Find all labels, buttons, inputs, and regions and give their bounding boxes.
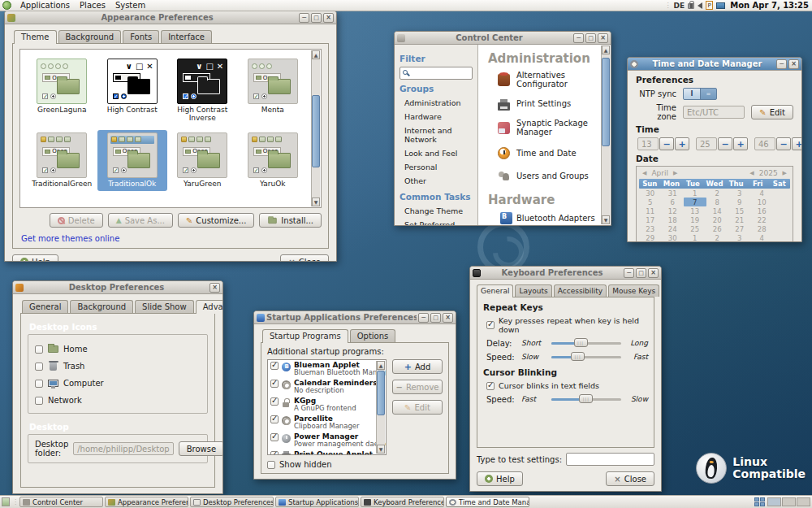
startup-list-scrollbar[interactable] — [376, 361, 385, 454]
item-time-and-date[interactable]: Time and Date — [498, 147, 598, 159]
scroll-up-icon[interactable] — [377, 361, 385, 370]
scroll-down-icon[interactable] — [377, 445, 385, 454]
next-month-icon[interactable] — [673, 170, 677, 176]
home-checkbox[interactable] — [35, 345, 43, 354]
show-desktop-button[interactable] — [2, 497, 10, 506]
save-as-button[interactable]: Save As... — [108, 213, 173, 228]
keyboard-titlebar[interactable]: Keyboard Preferences — [470, 267, 661, 280]
menu-places[interactable]: Places — [75, 0, 110, 11]
item-checkbox[interactable] — [270, 433, 279, 441]
network-checkbox[interactable] — [35, 397, 43, 405]
taskbar-item-appearance[interactable]: Appearance Preferen... — [105, 497, 188, 507]
prev-month-icon[interactable] — [642, 170, 646, 176]
calendar-day[interactable]: 15 — [728, 206, 751, 215]
window-list-icon[interactable] — [754, 497, 765, 506]
shortcut-trash[interactable]: Trash — [35, 362, 201, 371]
appearance-titlebar[interactable]: Appearance Preferences — [5, 11, 336, 24]
seconds-value[interactable]: 46 — [754, 137, 775, 150]
close-window-button[interactable]: ×Close — [280, 254, 329, 261]
startup-item-kgpg[interactable]: KGpgA GnuPG frontend — [268, 396, 386, 414]
calendar-day[interactable]: 19 — [684, 215, 706, 224]
taskbar-item-startup-applications[interactable]: Startup Applications P... — [275, 497, 359, 507]
taskbar-item-control-center[interactable]: Control Center — [19, 497, 103, 507]
item-checkbox[interactable] — [270, 415, 279, 423]
taskbar-item-time-date-manager[interactable]: Time and Date Manager — [446, 497, 529, 507]
delay-slider[interactable] — [551, 338, 621, 348]
calendar-day[interactable]: 12 — [662, 206, 685, 215]
seconds-decrement-button[interactable]: − — [776, 137, 791, 150]
timezone-field[interactable]: Etc/UTC — [683, 106, 745, 119]
calendar-day[interactable]: 16 — [751, 206, 774, 215]
calendar-day[interactable]: 26 — [706, 224, 729, 233]
group-administration[interactable]: Administration — [400, 97, 473, 111]
tab-theme[interactable]: Theme — [14, 30, 57, 44]
edit-button[interactable]: Edit — [392, 400, 443, 415]
minimize-button[interactable] — [573, 33, 584, 43]
seconds-increment-button[interactable]: + — [792, 137, 801, 150]
scroll-down-icon[interactable] — [602, 215, 610, 224]
delay-slider-handle[interactable] — [574, 338, 588, 347]
workspace-3[interactable] — [797, 497, 810, 506]
shortcut-computer[interactable]: Computer — [35, 379, 201, 388]
startup-item-calendar-reminders[interactable]: Calendar RemindersNo description — [268, 378, 386, 396]
repeat-keys-checkbox[interactable] — [486, 321, 495, 329]
calendar-day[interactable]: 11 — [639, 206, 662, 215]
group-internet[interactable]: Internet and Network — [400, 124, 473, 147]
calendar-day[interactable]: 30 — [662, 233, 685, 241]
desktop-prefs-titlebar[interactable]: Desktop Preferences — [13, 281, 222, 294]
scroll-up-icon[interactable] — [312, 50, 320, 59]
close-button[interactable] — [598, 33, 608, 43]
maximize-button[interactable] — [430, 313, 441, 323]
close-button[interactable] — [209, 283, 220, 293]
next-year-icon[interactable] — [783, 170, 787, 176]
calendar-day[interactable]: 8 — [706, 198, 729, 206]
calendar-day[interactable]: 2 — [706, 233, 729, 241]
tab-general[interactable]: General — [22, 300, 68, 313]
close-window-button[interactable]: ×Close — [606, 471, 654, 486]
task-set-preferred-applications[interactable]: Set Preferred Applications — [400, 219, 473, 225]
edit-timezone-button[interactable]: Edit — [751, 105, 793, 119]
startup-item-power-manager[interactable]: Power ManagerPower management daemon — [268, 432, 386, 449]
parcellite-tray-icon[interactable]: P — [706, 1, 713, 10]
startup-item-blueman[interactable]: Blueman AppletBlueman Bluetooth Manager — [268, 360, 386, 378]
hours-value[interactable]: 13 — [637, 137, 659, 150]
tab-advanced[interactable]: Advanced — [196, 300, 222, 314]
mate-menu-icon[interactable] — [2, 1, 11, 10]
theme-item-yarugreen[interactable]: Open YaruGreen — [167, 130, 238, 191]
theme-item-traditionalok-selected[interactable]: Open TraditionalOk — [97, 130, 168, 191]
computer-checkbox[interactable] — [35, 380, 43, 388]
calendar-day[interactable]: 20 — [706, 215, 729, 224]
desktop-folder-field[interactable]: /home/philipp/Desktop — [73, 442, 173, 455]
blink-slider-handle[interactable] — [579, 394, 593, 403]
hours-decrement-button[interactable]: − — [659, 137, 674, 150]
tab-accessibility[interactable]: Accessibility — [554, 284, 607, 297]
minutes-decrement-button[interactable]: − — [718, 137, 732, 150]
calendar-day[interactable]: 4 — [751, 189, 774, 198]
maximize-button[interactable] — [585, 33, 596, 43]
calendar-day[interactable]: 22 — [751, 215, 774, 224]
tab-options[interactable]: Options — [350, 329, 396, 342]
workspace-1[interactable] — [767, 497, 781, 506]
calendar-day[interactable]: 27 — [728, 224, 751, 233]
tab-layouts[interactable]: Layouts — [515, 284, 551, 297]
group-personal[interactable]: Personal — [400, 161, 473, 175]
item-users-and-groups[interactable]: Users and Groups — [498, 170, 598, 182]
blink-speed-slider[interactable] — [551, 394, 621, 404]
get-more-themes-link[interactable]: Get more themes online — [21, 234, 322, 243]
tab-fonts[interactable]: Fonts — [123, 30, 159, 43]
minutes-increment-button[interactable]: + — [733, 137, 748, 150]
delete-theme-button[interactable]: Delete — [50, 213, 103, 228]
theme-item-high-contrast-inverse[interactable]: ∨□✕ High Contrast Inverse — [167, 56, 238, 125]
minimize-button[interactable] — [624, 268, 634, 278]
time-date-titlebar[interactable]: Time and Date Manager — [628, 58, 801, 71]
calendar-day[interactable]: 5 — [639, 198, 662, 206]
show-hidden-row[interactable]: Show hidden — [267, 460, 443, 469]
calendar-day[interactable]: 28 — [751, 224, 774, 233]
tab-mouse-keys[interactable]: Mouse Keys — [608, 284, 659, 297]
show-hidden-checkbox[interactable] — [267, 461, 275, 469]
test-settings-input[interactable] — [566, 453, 654, 466]
theme-list-scrollbar[interactable] — [311, 50, 320, 206]
close-button[interactable] — [443, 313, 453, 323]
calendar-day[interactable]: 30 — [639, 189, 662, 198]
minimize-button[interactable] — [776, 59, 787, 69]
